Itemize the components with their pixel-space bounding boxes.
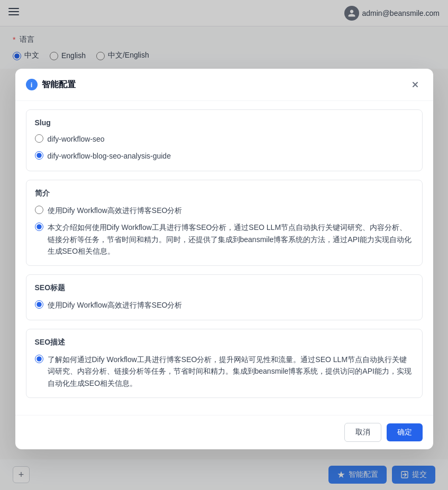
slug-section: Slug dify-workflow-seo dify-workflow-blo…	[26, 109, 423, 171]
dialog-title-group: i 智能配置	[26, 79, 76, 90]
dialog-header: i 智能配置	[15, 69, 433, 101]
slug-section-title: Slug	[35, 118, 414, 127]
smart-config-dialog: i 智能配置 Slug dify-workflow-seo dify-workf…	[15, 69, 433, 449]
intro-option-1-label: 使用Dify Workflow高效进行博客SEO分析	[48, 205, 182, 216]
seo-desc-section-title: SEO描述	[35, 338, 414, 347]
intro-option-2[interactable]: 本文介绍如何使用Dify Workflow工具进行博客SEO分析，通过SEO L…	[35, 221, 414, 257]
seo-title-section-title: SEO标题	[35, 283, 414, 293]
intro-section-title: 简介	[35, 189, 414, 198]
dialog-title: 智能配置	[42, 79, 76, 90]
intro-option-2-label: 本文介绍如何使用Dify Workflow工具进行博客SEO分析，通过SEO L…	[48, 221, 414, 257]
seo-desc-option-1[interactable]: 了解如何通过Dify Workflow工具进行博客SEO分析，提升网站可见性和流…	[35, 354, 414, 389]
intro-section: 简介 使用Dify Workflow高效进行博客SEO分析 本文介绍如何使用Di…	[26, 180, 423, 266]
slug-option-2[interactable]: dify-workflow-blog-seo-analysis-guide	[35, 150, 414, 162]
info-icon: i	[26, 79, 38, 90]
dialog-footer: 取消 确定	[15, 415, 433, 449]
slug-option-1-label: dify-workflow-seo	[48, 133, 105, 145]
confirm-button[interactable]: 确定	[387, 423, 423, 441]
seo-title-section: SEO标题 使用Dify Workflow高效进行博客SEO分析	[26, 274, 423, 320]
seo-title-option-1-label: 使用Dify Workflow高效进行博客SEO分析	[48, 299, 182, 311]
cancel-button[interactable]: 取消	[344, 423, 381, 442]
slug-option-2-label: dify-workflow-blog-seo-analysis-guide	[48, 150, 171, 162]
dialog-body: Slug dify-workflow-seo dify-workflow-blo…	[15, 101, 433, 415]
seo-desc-option-1-label: 了解如何通过Dify Workflow工具进行博客SEO分析，提升网站可见性和流…	[48, 354, 414, 389]
seo-desc-section: SEO描述 了解如何通过Dify Workflow工具进行博客SEO分析，提升网…	[26, 329, 423, 398]
seo-title-option-1[interactable]: 使用Dify Workflow高效进行博客SEO分析	[35, 299, 414, 311]
intro-option-1[interactable]: 使用Dify Workflow高效进行博客SEO分析	[35, 205, 414, 216]
slug-option-1[interactable]: dify-workflow-seo	[35, 133, 414, 145]
close-button[interactable]	[408, 77, 423, 92]
